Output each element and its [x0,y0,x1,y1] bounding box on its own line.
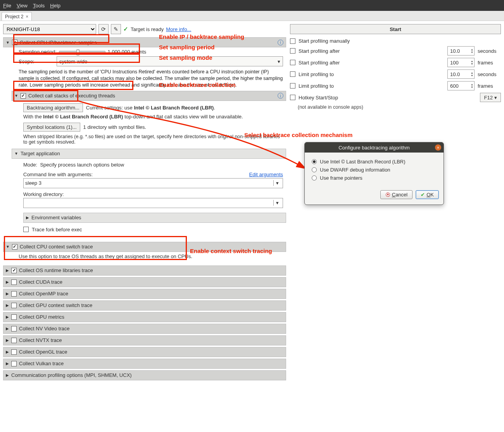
menu-help[interactable]: Help [50,3,60,9]
profiling-option-row: Limit profiling to10.0▲▼seconds [290,69,501,79]
section-ctx-header[interactable]: ▼ Collect CPU context switch trace [3,242,286,252]
section-collapsed-header[interactable]: ▶Collect OpenGL trace [3,347,286,357]
section-collapsed-header[interactable]: ▶Collect CUDA trace [3,277,286,287]
section-label: Collect GPU metrics [19,314,64,320]
chevron-down-icon[interactable]: ▾ [273,180,281,186]
ok-button[interactable]: ✔OK [416,190,439,199]
project-tab[interactable]: Project 2 × [2,12,32,21]
chevron-down-icon: ▾ [278,59,280,64]
info-icon[interactable]: i [278,93,283,99]
command-line-value: sleep 3 [25,180,41,186]
section-label: Collect NVTX trace [19,337,62,343]
close-icon[interactable]: × [26,14,28,19]
backtracing-dialog: Configure backtracing algorithm × Use In… [304,142,444,205]
section-label: Collect CUDA trace [19,279,62,285]
section-checkbox[interactable] [11,326,17,331]
section-callstacks-header[interactable]: ▼ Collect call stacks of executing threa… [12,91,286,101]
section-checkbox[interactable] [11,314,17,320]
menu-file[interactable]: File [3,3,11,9]
section-collapsed-header[interactable]: ▶Collect OpenMP trace [3,289,286,299]
backtracing-algorithm-button[interactable]: Backtracing algorithm... [23,103,83,112]
section-target-app-header[interactable]: ▼ Target application [12,149,286,159]
section-checkbox[interactable] [11,361,17,366]
menu-tools[interactable]: Tools [33,3,45,9]
option-label: Start profiling after [299,60,444,66]
section-collapsed-header[interactable]: ▶Collect GPU metrics [3,312,286,322]
chevron-down-icon: ▼ [6,245,10,249]
section-checkbox[interactable] [11,338,17,343]
info-icon[interactable]: i [278,40,283,45]
option-label: Limit profiling to [299,71,444,77]
option-value-input[interactable]: 10.0▲▼ [447,69,475,79]
command-line-input[interactable]: sleep 3 ▾ [23,178,283,188]
menu-view[interactable]: View [17,3,28,9]
option-value-input[interactable]: 10.0▲▼ [447,46,475,56]
section-label: Collect Vulkan trace [19,361,64,366]
ctx-desc: Use this option to trace OS threads as t… [3,252,286,264]
option-value-input[interactable]: 600▲▼ [447,81,475,90]
section-collapsed-header[interactable]: ▶Collect NVTX trace [3,335,286,345]
hotkey-checkbox[interactable] [290,95,295,100]
option-checkbox[interactable] [290,38,295,44]
trace-fork-checkbox[interactable] [23,227,29,232]
radio-frame-ptr[interactable] [312,175,317,180]
chevron-right-icon: ▶ [6,291,9,296]
scope-value: system-wide [59,59,87,64]
edit-arguments-link[interactable]: Edit arguments [249,172,283,177]
section-label: Collect OpenGL trace [19,349,67,355]
option-unit: frames [478,83,501,89]
section-collapsed-header[interactable]: ▶Collect NV Video trace [3,324,286,334]
radio-dwarf[interactable] [312,167,317,172]
close-icon[interactable]: × [435,144,441,151]
target-app-title: Target application [21,151,60,156]
option-label: Limit profiling to [299,83,444,89]
section-checkbox[interactable] [11,268,17,273]
refresh-button[interactable]: ⟳ [98,24,109,34]
chevron-right-icon: ▶ [6,303,9,307]
radio-lbr[interactable] [312,159,317,164]
chevron-right-icon: ▶ [6,338,9,342]
start-button[interactable]: Start [290,24,501,34]
section-ip-header[interactable]: ▼ Collect CPU IP/backtrace samples i [3,37,286,47]
comm-title: Communication profiling options (MPI, SH… [11,372,132,378]
option-checkbox[interactable] [290,60,295,65]
option-checkbox[interactable] [290,83,295,88]
section-checkbox[interactable] [11,303,17,308]
chevron-right-icon: ▶ [6,280,9,284]
symbol-locations-button[interactable]: Symbol locations (1)... [23,123,80,132]
stripped-note: When stripped libraries (e.g. *.so files… [12,132,286,149]
option-value-input[interactable]: 100▲▼ [447,58,475,67]
section-collapsed-header[interactable]: ▶Collect GPU context switch trace [3,300,286,311]
hotkey-select[interactable]: F12 ▾ [480,93,501,102]
env-vars-title: Environment variables [31,215,81,220]
callstacks-title: Collect call stacks of executing threads [28,93,115,99]
option-checkbox[interactable] [290,71,295,77]
cmd-label: Command line with arguments: [23,172,93,177]
section-checkbox[interactable] [11,349,17,355]
section-checkbox[interactable] [11,279,17,285]
ctx-checkbox[interactable] [12,244,17,250]
sampling-slider[interactable] [59,51,105,53]
callstacks-checkbox[interactable] [21,93,26,99]
cancel-button[interactable]: ⦿Cancel [380,190,413,199]
more-info-link[interactable]: More info... [166,26,191,32]
option-unit: seconds [478,48,501,54]
target-host-select[interactable]: RKNIGHT-U18 [3,24,96,34]
option-checkbox[interactable] [290,48,295,54]
edit-button[interactable]: ✎ [111,24,121,34]
chevron-down-icon[interactable]: ▾ [273,200,281,206]
section-comm-header[interactable]: ▶ Communication profiling options (MPI, … [3,370,286,380]
scope-select[interactable]: system-wide ▾ [57,56,283,66]
hotkey-hint: (not available in console apps) [298,104,501,110]
chevron-down-icon: ▼ [6,40,10,45]
section-env-vars-header[interactable]: ▶ Environment variables [23,213,286,223]
section-checkbox[interactable] [11,291,17,297]
lbr-note: With the Intel © Last Branch Record (LBR… [12,113,286,122]
chevron-down-icon: ▼ [14,151,18,156]
radio-lbr-label: Use Intel © Last Branch Record (LBR) [320,159,406,165]
working-directory-input[interactable]: ▾ [23,198,283,208]
section-collapsed-header[interactable]: ▶Collect OS runtime libraries trace [3,265,286,276]
ip-checkbox[interactable] [12,40,17,45]
check-icon: ✓ [123,26,128,33]
section-collapsed-header[interactable]: ▶Collect Vulkan trace [3,359,286,369]
